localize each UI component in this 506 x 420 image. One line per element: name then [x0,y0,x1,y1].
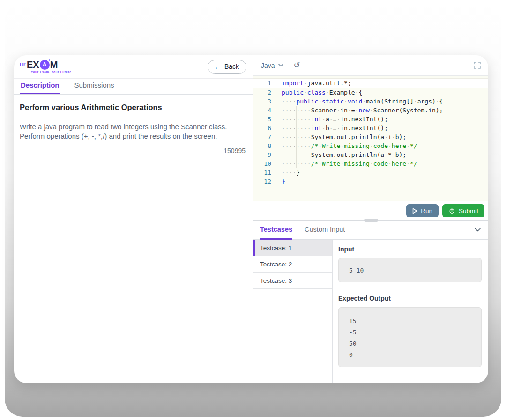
expected-output-line: 50 [349,338,471,349]
testcase-detail: Input 5 10 Expected Output 15-5500 [333,240,488,383]
problem-title: Perform various Arithmetic Operations [20,103,246,112]
line-number: 12 [253,177,275,186]
line-number: 6 [253,124,275,133]
code-editor[interactable]: 1import·java.util.*;2public·class·Exampl… [253,76,488,201]
code-line[interactable]: 4········Scanner·in·=·new·Scanner(System… [253,106,488,115]
tab-description[interactable]: Description [20,79,60,94]
submit-button[interactable]: Submit [442,204,484,217]
logo-bar: ur EX A + M Your Exam. Your Future ← Bac… [14,55,253,79]
code-text: import·java.util.*; [275,79,488,88]
code-text: } [275,177,488,186]
logo-tagline: Your Exam. Your Future [31,71,72,74]
line-number: 5 [253,115,275,124]
fullscreen-icon [474,62,481,69]
code-line[interactable]: 3····public·static·void·main(String[]·ar… [253,97,488,106]
code-text: ····} [275,168,488,177]
problem-tabs: Description Submissions [14,79,253,95]
editor-toolbar: Java ↺ [253,55,488,76]
code-text: ········/*·Write·missing·code·here·*/ [275,159,488,168]
line-number: 8 [253,141,275,150]
chevron-down-icon [475,228,481,232]
back-arrow-icon: ← [214,63,221,70]
tab-testcases[interactable]: Testcases [260,221,292,240]
expected-output-line: 15 [349,316,471,327]
code-line[interactable]: 6········int·b·=·in.nextInt(); [253,124,488,133]
problem-id: 150995 [20,147,246,155]
code-text: ········System.out.println(a·+·b); [275,133,488,141]
collapse-panel-button[interactable] [475,228,481,232]
input-value: 5 10 [349,267,364,274]
code-line[interactable]: 11····} [253,168,488,177]
problem-description: Write a java program to read two integer… [20,122,246,141]
input-label: Input [338,245,482,253]
line-number: 7 [253,133,275,141]
back-button[interactable]: ← Back [208,60,246,74]
play-icon [412,208,417,214]
reset-icon: ↺ [294,61,300,70]
reset-code-button[interactable]: ↺ [294,61,300,69]
expected-output-box: 15-5500 [338,307,482,367]
app-window: ur EX A + M Your Exam. Your Future ← Bac… [14,55,488,383]
tab-submissions[interactable]: Submissions [74,79,115,94]
editor-panel: Java ↺ 1import·java.util.*;2public·class… [253,55,488,383]
submit-button-label: Submit [459,207,478,214]
chevron-down-icon [278,64,283,67]
expected-output-line: 0 [349,349,471,361]
testcase-item[interactable]: Testcase: 2 [253,256,332,273]
code-line[interactable]: 12} [253,177,488,186]
testcase-list: Testcase: 1Testcase: 2Testcase: 3 [253,240,333,383]
code-text: ········int·b·=·in.nextInt(); [275,124,488,133]
editor-actions: Run Submit [253,201,488,220]
code-text: ········Scanner·in·=·new·Scanner(System.… [275,106,488,115]
line-number: 9 [253,150,275,159]
code-line[interactable]: 8········/*·Write·missing·code·here·*/ [253,141,488,150]
tab-custom-input[interactable]: Custom Input [305,221,345,240]
run-button[interactable]: Run [406,204,439,217]
code-line[interactable]: 2public·class·Example·{ [253,88,488,97]
testcase-item[interactable]: Testcase: 1 [253,240,332,256]
code-line[interactable]: 10········/*·Write·missing·code·here·*/ [253,159,488,168]
problem-content: Perform various Arithmetic Operations Wr… [14,95,253,155]
run-button-label: Run [421,207,432,214]
expected-output-label: Expected Output [338,295,482,302]
urexam-logo: ur EX A + M Your Exam. Your Future [20,60,72,74]
problem-panel: ur EX A + M Your Exam. Your Future ← Bac… [14,55,253,383]
code-text: ····public·static·void·main(String[]·arg… [275,97,488,106]
line-number: 3 [253,97,275,106]
code-text: ········System.out.println(a·*·b); [275,150,488,159]
language-selector[interactable]: Java [261,62,283,69]
logo-a-plus-badge: A + [40,60,50,70]
code-text: ········int·a·=·in.nextInt(); [275,115,488,124]
line-number: 2 [253,88,275,97]
testcases-tabbar: Testcases Custom Input [253,220,488,240]
code-line[interactable]: 7········System.out.println(a·+·b); [253,133,488,141]
code-line[interactable]: 1import·java.util.*; [253,78,488,88]
language-selector-value: Java [261,62,275,69]
line-number: 1 [253,79,275,88]
logo-m-text: M [50,60,58,69]
logo-ur-text: ur [20,62,26,67]
submit-upload-icon [448,207,455,214]
line-number: 10 [253,159,275,168]
logo-plus-sparkle: + [48,59,50,63]
fullscreen-button[interactable] [474,62,481,69]
back-button-label: Back [224,63,239,70]
code-line[interactable]: 5········int·a·=·in.nextInt(); [253,115,488,124]
testcase-item[interactable]: Testcase: 3 [253,273,332,289]
input-value-box: 5 10 [338,258,482,282]
code-text: ········/*·Write·missing·code·here·*/ [275,141,488,150]
logo-ex-text: EX [27,60,39,69]
code-text: public·class·Example·{ [275,88,488,97]
line-number: 4 [253,106,275,115]
code-line[interactable]: 9········System.out.println(a·*·b); [253,150,488,159]
panel-resize-handle[interactable] [364,219,378,222]
testcases-body: Testcase: 1Testcase: 2Testcase: 3 Input … [253,240,488,383]
expected-output-line: -5 [349,327,471,338]
line-number: 11 [253,168,275,177]
